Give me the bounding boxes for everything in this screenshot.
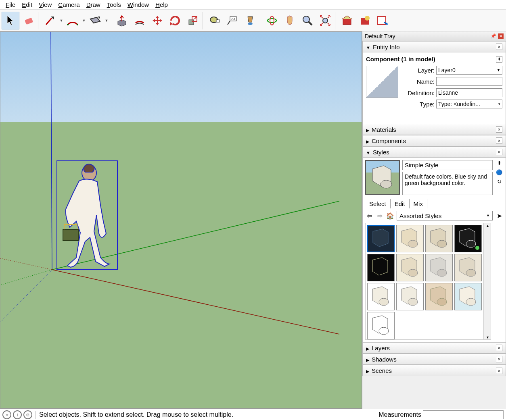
menu-window[interactable]: Window — [124, 0, 152, 9]
style-item[interactable] — [367, 225, 395, 252]
style-item[interactable] — [454, 283, 482, 310]
style-display-icon[interactable]: ⬍ — [497, 160, 502, 166]
toolbar: ▼ ▼ ▼ A1 — [0, 10, 506, 31]
panel-close-icon[interactable]: × — [496, 137, 502, 144]
tab-edit[interactable]: Edit — [391, 199, 410, 208]
orbit-tool[interactable] — [263, 12, 281, 29]
zoom-tool[interactable] — [299, 12, 316, 29]
style-desc-input[interactable]: Default face colors. Blue sky and green … — [402, 172, 493, 195]
menu-view[interactable]: View — [36, 0, 55, 9]
offset-tool[interactable] — [131, 12, 148, 29]
components-header[interactable]: ▶Components × — [362, 135, 506, 146]
scale-tool[interactable] — [184, 12, 202, 29]
layer-dropdown[interactable]: Layer0▼ — [436, 66, 502, 75]
move-tool[interactable] — [148, 12, 166, 29]
scenes-header[interactable]: ▶Scenes × — [362, 365, 506, 376]
styles-header[interactable]: ▼Styles × — [362, 146, 506, 158]
shadows-header[interactable]: ▶Shadows × — [362, 353, 506, 365]
menu-tools[interactable]: Tools — [104, 0, 124, 9]
tray-close-icon[interactable]: ✕ — [498, 33, 504, 39]
style-name-input[interactable]: Simple Style — [402, 160, 493, 170]
style-item[interactable] — [454, 225, 482, 252]
eraser-tool[interactable] — [19, 12, 37, 29]
style-create-icon[interactable]: 🔵 — [496, 169, 502, 175]
paint-tool[interactable] — [241, 12, 259, 29]
entity-info-header[interactable]: ▼Entity Info × — [362, 41, 506, 52]
style-grid — [365, 223, 484, 340]
layout-tool[interactable] — [374, 12, 391, 29]
arc-dropdown[interactable]: ▼ — [82, 19, 86, 23]
svg-line-22 — [52, 270, 339, 334]
tape-tool[interactable] — [206, 12, 224, 29]
geo-icon[interactable]: ⌖ — [2, 410, 11, 419]
style-item[interactable] — [425, 254, 453, 281]
svg-point-32 — [408, 269, 418, 277]
rotate-tool[interactable] — [166, 12, 184, 29]
svg-line-23 — [0, 258, 52, 270]
rectangle-tool[interactable] — [86, 12, 104, 29]
home-icon[interactable]: 🏠 — [386, 212, 394, 220]
panel-close-icon[interactable]: × — [496, 44, 502, 50]
panel-close-icon[interactable]: × — [496, 345, 502, 351]
name-input[interactable] — [436, 77, 502, 86]
credits-icon[interactable]: i — [13, 410, 22, 419]
style-item[interactable] — [425, 225, 453, 252]
style-item[interactable] — [454, 254, 482, 281]
style-item[interactable] — [425, 283, 453, 310]
menu-file[interactable]: File — [2, 0, 19, 9]
scrollbar[interactable]: ▴ ▾ — [484, 223, 491, 340]
svg-point-33 — [437, 269, 447, 277]
line-tool[interactable] — [41, 12, 59, 29]
style-item[interactable] — [367, 312, 395, 339]
pin-icon[interactable]: 📌 — [491, 33, 496, 39]
select-tool[interactable] — [2, 12, 19, 29]
tab-mix[interactable]: Mix — [410, 199, 427, 208]
panel-close-icon[interactable]: × — [496, 126, 502, 133]
warehouse-tool[interactable] — [338, 12, 356, 29]
menu-draw[interactable]: Draw — [83, 0, 104, 9]
style-collection-dropdown[interactable]: Assorted Styles▼ — [397, 211, 493, 220]
line-dropdown[interactable]: ▼ — [59, 19, 64, 23]
profile-icon[interactable]: ☺ — [23, 410, 32, 419]
menu-edit[interactable]: Edit — [19, 0, 36, 9]
svg-rect-3 — [189, 20, 194, 25]
style-update-icon[interactable]: ↻ — [497, 179, 502, 185]
svg-point-1 — [67, 24, 69, 25]
expand-icon[interactable]: ⬍ — [496, 56, 502, 62]
details-icon[interactable]: ➤ — [495, 212, 503, 220]
styles-panel: Simple Style Default face colors. Blue s… — [362, 158, 506, 342]
materials-header[interactable]: ▶Materials × — [362, 124, 506, 135]
svg-rect-26 — [63, 229, 78, 241]
tab-select[interactable]: Select — [365, 199, 391, 208]
zoomextents-tool[interactable] — [316, 12, 334, 29]
definition-input[interactable]: Lisanne — [436, 88, 502, 97]
tray-title-bar[interactable]: Default Tray 📌 ✕ — [362, 31, 506, 41]
panel-close-icon[interactable]: × — [496, 356, 502, 362]
style-item[interactable] — [396, 225, 424, 252]
current-style-thumb[interactable] — [365, 160, 400, 195]
component-tool[interactable] — [356, 12, 374, 29]
panel-close-icon[interactable]: × — [496, 149, 502, 155]
svg-line-21 — [0, 270, 52, 285]
pan-tool[interactable] — [281, 12, 299, 29]
menu-help[interactable]: Help — [152, 0, 171, 9]
style-item[interactable] — [367, 254, 395, 281]
arc-tool[interactable] — [64, 12, 82, 29]
text-tool[interactable]: A1 — [224, 12, 241, 29]
nav-forward-icon[interactable]: ⇨ — [376, 212, 384, 220]
rect-dropdown[interactable]: ▼ — [104, 19, 109, 23]
measurements-input[interactable] — [423, 410, 504, 419]
style-item[interactable] — [396, 283, 424, 310]
pushpull-tool[interactable] — [113, 12, 131, 29]
style-item[interactable] — [367, 283, 395, 310]
type-dropdown[interactable]: Type: <undefin...▾ — [436, 100, 502, 108]
svg-point-16 — [365, 16, 370, 21]
viewport-3d[interactable] — [0, 31, 362, 409]
nav-back-icon[interactable]: ⇦ — [365, 212, 373, 220]
material-thumb[interactable] — [366, 66, 398, 98]
style-item[interactable] — [396, 254, 424, 281]
menu-camera[interactable]: Camera — [55, 0, 83, 9]
layers-header[interactable]: ▶Layers × — [362, 342, 506, 353]
name-label: Name: — [401, 78, 435, 85]
panel-close-icon[interactable]: × — [496, 368, 502, 374]
